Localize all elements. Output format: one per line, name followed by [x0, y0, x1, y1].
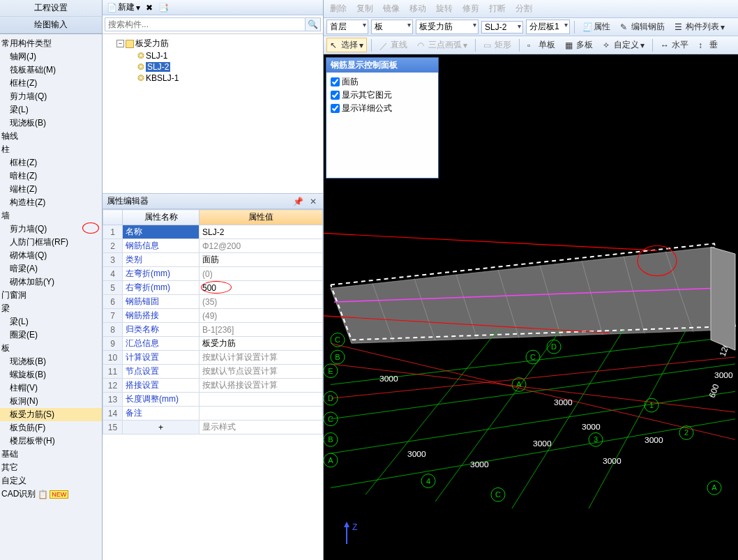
item-hidden-beam[interactable]: 暗梁(A): [0, 262, 102, 275]
tree-item-kbslj1[interactable]: ❂ KBSLJ-1: [104, 73, 322, 84]
item-slab-neg-rebar[interactable]: 板负筋(F): [0, 421, 102, 434]
multi-slab-button[interactable]: ▦多板: [562, 38, 596, 52]
item-shear-wall2[interactable]: 剪力墙(Q): [0, 222, 102, 236]
search-input[interactable]: [105, 17, 306, 31]
close-icon[interactable]: ✕: [308, 197, 319, 206]
group-cad[interactable]: CAD识别 📋 NEW: [0, 487, 102, 501]
item-construct-column[interactable]: 构造柱(Z): [0, 196, 102, 209]
group-wall[interactable]: 墙: [0, 209, 102, 222]
prop-value[interactable]: B-1[236]: [199, 323, 323, 337]
prop-value[interactable]: Φ12@200: [199, 239, 323, 253]
item-beam[interactable]: 梁(L): [0, 103, 102, 116]
group-common[interactable]: 常用构件类型: [0, 37, 102, 50]
item-slab-hole[interactable]: 板洞(N): [0, 395, 102, 408]
prop-display-style[interactable]: 显示样式: [199, 421, 323, 434]
item-axis-grid[interactable]: 轴网(J): [0, 50, 102, 63]
item-shelter-frame[interactable]: 人防门框墙(RF): [0, 236, 102, 249]
vertical-button[interactable]: ↕垂: [695, 38, 721, 52]
3d-viewport[interactable]: ADCCBEDCBAC431A2 30003000300030003000300…: [324, 54, 738, 560]
item-spiral-slab[interactable]: 螺旋板(B): [0, 368, 102, 381]
prop-value[interactable]: (35): [199, 295, 323, 309]
item-frame-column[interactable]: 框柱(Z): [0, 77, 102, 90]
search-button[interactable]: 🔍: [306, 17, 321, 31]
property-row[interactable]: 6钢筋锚固(35): [103, 295, 323, 309]
single-slab-button[interactable]: ▫单板: [524, 38, 559, 52]
expand-toggle[interactable]: +: [123, 421, 199, 434]
property-row[interactable]: 8归类名称B-1[236]: [103, 323, 323, 337]
component-combo[interactable]: 板受力筋: [416, 20, 479, 34]
prop-value[interactable]: 500: [199, 281, 323, 295]
property-row[interactable]: 3类别面筋: [103, 253, 323, 267]
group-custom[interactable]: 自定义: [0, 474, 102, 487]
group-door[interactable]: 门窗洞: [0, 289, 102, 302]
prop-value[interactable]: [199, 407, 323, 421]
item-column-cap[interactable]: 柱帽(V): [0, 381, 102, 395]
group-other[interactable]: 其它: [0, 461, 102, 474]
layer-combo[interactable]: 分层板1: [526, 20, 570, 34]
property-row[interactable]: 5右弯折(mm)500: [103, 281, 323, 295]
property-row[interactable]: 1名称SLJ-2: [103, 225, 323, 239]
collapse-icon[interactable]: −: [116, 40, 124, 47]
break-btn[interactable]: 打断: [485, 1, 509, 16]
tree-item-slj2[interactable]: ❂ SLJ-2: [104, 61, 322, 73]
component-list-button[interactable]: ☰构件列表▾: [671, 20, 728, 34]
arc-button[interactable]: ◠三点画弧▾: [414, 38, 471, 52]
trim-btn[interactable]: 修剪: [459, 1, 483, 16]
prop-value[interactable]: (0): [199, 267, 323, 281]
prop-value[interactable]: (49): [199, 309, 323, 323]
property-row[interactable]: 4左弯折(mm)(0): [103, 267, 323, 281]
tab-draw-input[interactable]: 绘图输入: [0, 17, 102, 33]
edit-rebar-button[interactable]: ✎编辑钢筋: [617, 20, 668, 34]
item-raft[interactable]: 筏板基础(M): [0, 63, 102, 77]
custom-button[interactable]: ✧自定义▾: [599, 38, 648, 52]
group-column[interactable]: 柱: [0, 143, 102, 156]
checkbox[interactable]: [331, 91, 340, 100]
property-row[interactable]: 9汇总信息板受力筋: [103, 337, 323, 351]
line-button[interactable]: ／直线: [376, 38, 411, 52]
item-combo[interactable]: SLJ-2: [481, 21, 523, 33]
prop-value[interactable]: 面筋: [199, 253, 323, 267]
item-slab-rebar[interactable]: 板受力筋(S): [0, 408, 102, 421]
prop-value[interactable]: 按默认计算设置计算: [199, 351, 323, 365]
checkbox[interactable]: [331, 77, 340, 86]
property-row[interactable]: 11节点设置按默认节点设置计算: [103, 365, 323, 379]
checkbox[interactable]: [331, 104, 340, 113]
item-frame-column2[interactable]: 框柱(Z): [0, 156, 102, 169]
item-floor-band[interactable]: 楼层板带(H): [0, 434, 102, 448]
check-top-rebar[interactable]: 面筋: [331, 75, 434, 89]
item-ring-beam[interactable]: 圈梁(E): [0, 328, 102, 342]
property-row[interactable]: 14备注: [103, 407, 323, 421]
type-combo[interactable]: 板: [371, 20, 413, 34]
item-shear-wall[interactable]: 剪力墙(Q): [0, 90, 102, 103]
item-masonry-rebar[interactable]: 砌体加筋(Y): [0, 275, 102, 289]
floor-combo[interactable]: 首层: [326, 20, 368, 34]
tree-root[interactable]: − 板受力筋: [104, 37, 322, 50]
new-button[interactable]: 📄 新建 ▾: [107, 1, 140, 13]
tree-item-slj1[interactable]: ❂ SLJ-1: [104, 50, 322, 61]
group-beam[interactable]: 梁: [0, 302, 102, 315]
rotate-btn[interactable]: 旋转: [432, 1, 456, 16]
check-show-other[interactable]: 显示其它图元: [331, 89, 434, 102]
property-row[interactable]: 7钢筋搭接(49): [103, 309, 323, 323]
prop-value[interactable]: 按默认节点设置计算: [199, 365, 323, 379]
property-row[interactable]: 13长度调整(mm): [103, 393, 323, 407]
horizontal-button[interactable]: ↔水平: [657, 38, 692, 52]
item-end-column[interactable]: 端柱(Z): [0, 183, 102, 196]
property-row[interactable]: 12搭接设置按默认搭接设置计算: [103, 379, 323, 393]
move-btn[interactable]: 移动: [406, 1, 430, 16]
split-btn[interactable]: 分割: [512, 1, 536, 16]
rebar-display-panel[interactable]: 钢筋显示控制面板 面筋 显示其它图元 显示详细公式: [326, 57, 439, 179]
group-slab[interactable]: 板: [0, 342, 102, 355]
copy-icon[interactable]: 📑: [158, 3, 169, 13]
select-button[interactable]: ↖选择▾: [326, 38, 367, 52]
group-axis[interactable]: 轴线: [0, 130, 102, 143]
delete-icon[interactable]: ✖: [146, 3, 153, 13]
item-hidden-column[interactable]: 暗柱(Z): [0, 169, 102, 183]
prop-value[interactable]: 板受力筋: [199, 337, 323, 351]
property-row[interactable]: 10计算设置按默认计算设置计算: [103, 351, 323, 365]
mirror-btn[interactable]: 镜像: [379, 1, 403, 16]
property-row[interactable]: 2钢筋信息Φ12@200: [103, 239, 323, 253]
del-btn[interactable]: 删除: [326, 1, 350, 16]
item-slab2[interactable]: 现浇板(B): [0, 355, 102, 368]
tab-project-settings[interactable]: 工程设置: [0, 0, 102, 17]
